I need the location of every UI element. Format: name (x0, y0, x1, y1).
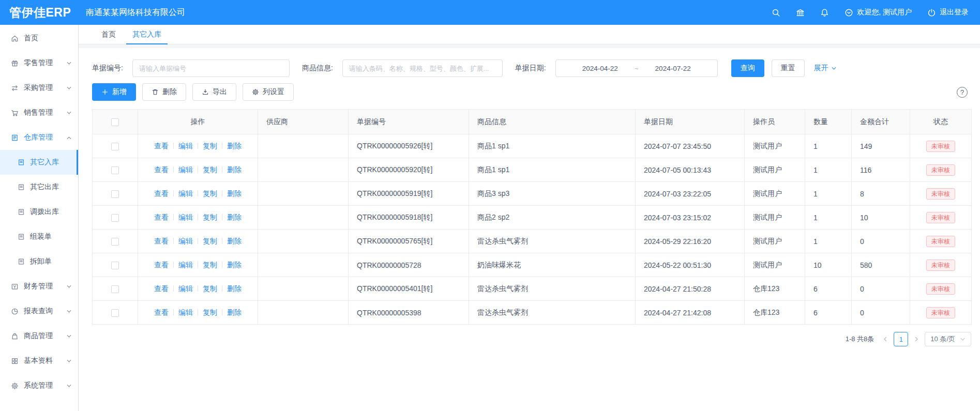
expand-link[interactable]: 展开 (814, 64, 837, 73)
action-view-link[interactable]: 查看 (154, 213, 169, 221)
product-input[interactable] (342, 59, 503, 77)
sidebar-item-other-out[interactable]: 其它出库 (0, 175, 78, 200)
logout-button[interactable]: 退出登录 (927, 8, 969, 17)
action-view-link[interactable]: 查看 (154, 189, 169, 197)
tab-home[interactable]: 首页 (93, 25, 124, 44)
action-copy-link[interactable]: 复制 (203, 165, 217, 174)
action-view-link[interactable]: 查看 (154, 308, 169, 316)
bank-icon[interactable] (796, 8, 805, 17)
action-separator (198, 166, 198, 173)
action-delete-link[interactable]: 删除 (227, 261, 242, 269)
next-page-icon[interactable] (913, 336, 919, 342)
action-delete-link[interactable]: 删除 (227, 142, 242, 150)
action-edit-link[interactable]: 编辑 (178, 237, 193, 245)
chevron-down-icon (66, 60, 72, 66)
action-edit-link[interactable]: 编辑 (178, 308, 193, 316)
bell-icon[interactable] (820, 8, 829, 17)
cell-operator: 测试用户 (745, 182, 805, 206)
status-badge: 未审核 (926, 141, 955, 152)
cell-date: 2024-07-07 23:45:50 (636, 134, 745, 158)
cell-date: 2024-04-27 21:50:28 (636, 277, 745, 301)
row-checkbox[interactable] (111, 214, 119, 222)
tab-other-in[interactable]: 其它入库 (124, 25, 170, 44)
sidebar-item-sales[interactable]: 销售管理 (0, 100, 78, 125)
cell-product: 雷达杀虫气雾剂 (469, 277, 636, 301)
action-view-link[interactable]: 查看 (154, 237, 169, 245)
action-copy-link[interactable]: 复制 (203, 284, 217, 293)
search-icon[interactable] (772, 8, 780, 17)
cell-qty: 1 (805, 230, 852, 253)
row-checkbox[interactable] (111, 238, 119, 246)
sidebar-item-allocate-out[interactable]: 调拨出库 (0, 200, 78, 224)
action-edit-link[interactable]: 编辑 (178, 213, 193, 221)
cell-amount: 10 (852, 206, 910, 230)
finance-icon (11, 283, 19, 291)
row-checkbox[interactable] (111, 143, 119, 150)
row-checkbox[interactable] (111, 262, 119, 269)
column-settings-button[interactable]: 列设置 (243, 83, 294, 101)
action-copy-link[interactable]: 复制 (203, 189, 217, 197)
action-view-link[interactable]: 查看 (154, 284, 169, 293)
sidebar-item-goods[interactable]: 商品管理 (0, 324, 78, 348)
action-view-link[interactable]: 查看 (154, 165, 169, 174)
action-copy-link[interactable]: 复制 (203, 308, 217, 316)
action-delete-link[interactable]: 删除 (227, 189, 242, 197)
sidebar-item-retail[interactable]: 零售管理 (0, 51, 78, 75)
action-copy-link[interactable]: 复制 (203, 142, 217, 150)
doc-no-input[interactable] (132, 59, 290, 77)
page-size-select[interactable]: 10 条/页 (925, 332, 971, 346)
status-badge: 未审核 (926, 236, 955, 247)
sidebar-item-report[interactable]: 报表查询 (0, 299, 78, 324)
action-delete-link[interactable]: 删除 (227, 213, 242, 221)
action-edit-link[interactable]: 编辑 (178, 284, 193, 293)
sidebar-item-other-in[interactable]: 其它入库 (0, 150, 78, 175)
reset-button[interactable]: 重置 (772, 59, 805, 77)
action-delete-link[interactable]: 删除 (227, 237, 242, 245)
sidebar-item-system[interactable]: 系统管理 (0, 373, 78, 398)
chevron-down-icon (66, 333, 72, 339)
action-view-link[interactable]: 查看 (154, 261, 169, 269)
action-copy-link[interactable]: 复制 (203, 261, 217, 269)
action-separator (173, 166, 174, 173)
pagination-total: 1-8 共8条 (846, 334, 875, 344)
action-edit-link[interactable]: 编辑 (178, 142, 193, 150)
action-delete-link[interactable]: 删除 (227, 165, 242, 174)
date-range-picker[interactable]: 2024-04-22 ~ 2024-07-22 (555, 59, 718, 77)
add-button[interactable]: 新增 (92, 83, 136, 101)
sidebar-item-disassemble[interactable]: 拆卸单 (0, 249, 78, 274)
action-copy-link[interactable]: 复制 (203, 213, 217, 221)
cell-amount: 116 (852, 158, 910, 182)
page-size-value: 10 条/页 (930, 334, 955, 344)
row-checkbox[interactable] (111, 309, 119, 317)
prev-page-icon[interactable] (882, 336, 888, 342)
sidebar-item-finance[interactable]: 财务管理 (0, 274, 78, 299)
action-edit-link[interactable]: 编辑 (178, 165, 193, 174)
sidebar-item-assemble[interactable]: 组装单 (0, 224, 78, 249)
row-checkbox[interactable] (111, 190, 119, 198)
page-number-button[interactable]: 1 (894, 332, 908, 346)
cell-supplier (258, 182, 349, 206)
action-edit-link[interactable]: 编辑 (178, 261, 193, 269)
row-checkbox[interactable] (111, 285, 119, 293)
status-badge: 未审核 (926, 307, 955, 318)
search-button[interactable]: 查询 (731, 59, 764, 77)
action-edit-link[interactable]: 编辑 (178, 189, 193, 197)
action-copy-link[interactable]: 复制 (203, 237, 217, 245)
user-menu[interactable]: 欢迎您, 测试用户 (845, 8, 912, 17)
sidebar-item-label: 基本资料 (24, 356, 66, 366)
sidebar-item-purchase[interactable]: 采购管理 (0, 75, 78, 100)
add-label: 新增 (112, 87, 127, 97)
sidebar-item-warehouse[interactable]: 仓库管理 (0, 125, 78, 150)
select-all-checkbox[interactable] (111, 118, 119, 126)
delete-button[interactable]: 删除 (142, 83, 186, 101)
sidebar-item-home[interactable]: 首页 (0, 26, 78, 51)
cell-qty: 6 (805, 301, 852, 325)
export-button[interactable]: 导出 (192, 83, 236, 101)
action-delete-link[interactable]: 删除 (227, 308, 242, 316)
action-view-link[interactable]: 查看 (154, 142, 169, 150)
row-checkbox[interactable] (111, 166, 119, 174)
action-delete-link[interactable]: 删除 (227, 284, 242, 293)
action-separator (198, 190, 198, 196)
help-icon[interactable]: ? (957, 87, 968, 98)
sidebar-item-basic[interactable]: 基本资料 (0, 348, 78, 373)
